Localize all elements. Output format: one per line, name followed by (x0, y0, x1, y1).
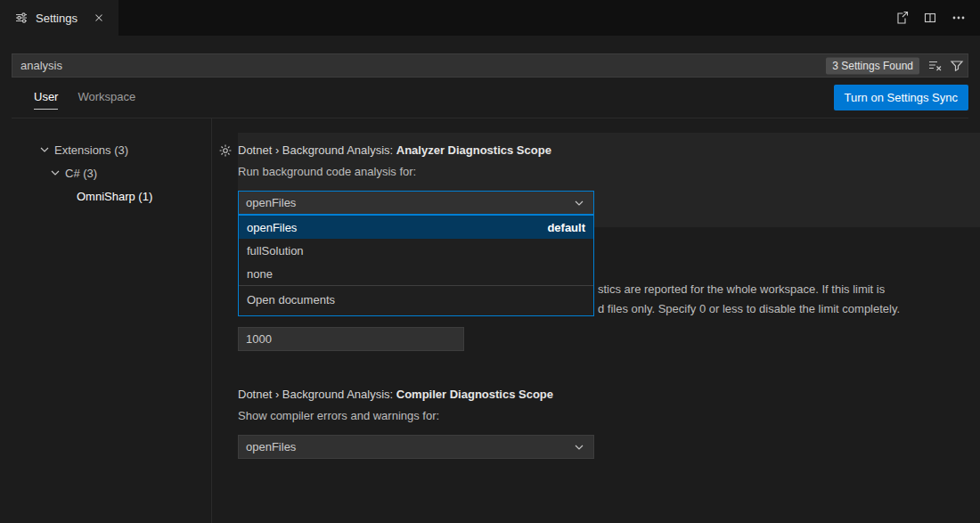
chevron-down-icon (572, 440, 586, 454)
option-detail: default (547, 221, 585, 234)
analyzer-scope-dropdown: openFiles default fullSolution none Open… (238, 215, 594, 316)
scope-tabs: User Workspace (12, 86, 135, 110)
settings-tab[interactable]: Settings (0, 0, 118, 36)
setting-description-fragment: d files only. Specify 0 or less to disab… (598, 302, 900, 315)
settings-body: Extensions (3) C# (3) OmniSharp (1) (0, 118, 980, 523)
editor-tab-bar: Settings (0, 0, 980, 36)
setting-description: Run background code analysis for: (238, 165, 968, 178)
chevron-down-icon[interactable] (48, 166, 62, 180)
setting-title-prefix: Dotnet › Background Analysis: (238, 388, 396, 401)
dropdown-option-none[interactable]: none (239, 262, 593, 285)
toc-item-label: OmniSharp (1) (77, 190, 152, 203)
tab-workspace[interactable]: Workspace (78, 86, 135, 110)
settings-found-badge: 3 Settings Found (826, 57, 919, 74)
setting-gear-icon[interactable] (218, 143, 233, 158)
tab-user[interactable]: User (34, 86, 58, 110)
editor-actions (894, 0, 980, 36)
more-actions-icon[interactable] (951, 11, 966, 25)
settings-tune-icon (14, 11, 29, 25)
setting-description-fragment: stics are reported for the whole workspa… (598, 282, 885, 296)
toc-item-omnisharp[interactable]: OmniSharp (1) (0, 184, 211, 208)
settings-header-row: User Workspace Turn on Settings Sync (12, 78, 968, 118)
setting-compiler-diagnostics-scope: Dotnet › Background Analysis: Compiler D… (238, 388, 980, 459)
setting-description: Show compiler errors and warnings for: (238, 409, 980, 422)
analyzer-scope-select[interactable]: openFiles openFiles default (238, 191, 594, 215)
setting-title: Dotnet › Background Analysis: Analyzer D… (238, 143, 968, 157)
settings-search-input[interactable] (12, 53, 968, 78)
setting-title: Dotnet › Background Analysis: Compiler D… (238, 388, 980, 401)
dropdown-active-option-description: Open documents (239, 285, 593, 315)
option-label: openFiles (247, 221, 297, 234)
split-editor-icon[interactable] (923, 11, 937, 25)
filter-icon[interactable] (950, 59, 964, 73)
turn-on-settings-sync-button[interactable]: Turn on Settings Sync (834, 85, 968, 110)
chevron-down-icon[interactable] (37, 143, 52, 157)
toc-item-csharp[interactable]: C# (3) (0, 161, 211, 184)
option-label: fullSolution (247, 244, 304, 257)
select-value: openFiles (246, 196, 296, 209)
option-label: none (247, 267, 273, 281)
vscode-settings-window: Settings (0, 0, 980, 523)
toc-item-extensions[interactable]: Extensions (3) (0, 138, 211, 161)
open-settings-json-icon[interactable] (894, 11, 909, 25)
dropdown-option-openfiles[interactable]: openFiles default (239, 216, 593, 239)
setting-title-name: Compiler Diagnostics Scope (396, 388, 553, 401)
clear-search-filters-icon[interactable] (927, 59, 942, 73)
settings-editor: 3 Settings Found User Workspace (0, 36, 980, 523)
compiler-scope-select[interactable]: openFiles (238, 435, 594, 459)
toc-item-label: C# (3) (65, 167, 97, 180)
settings-toc: Extensions (3) C# (3) OmniSharp (1) (0, 118, 212, 523)
chevron-down-icon (572, 196, 586, 210)
tab-close-icon[interactable] (90, 9, 108, 27)
tab-label: Settings (36, 12, 78, 25)
setting-analyzer-diagnostics-scope: Dotnet › Background Analysis: Analyzer D… (238, 133, 980, 227)
diagnostics-limit-input[interactable] (238, 327, 464, 351)
setting-title-name: Analyzer Diagnostics Scope (396, 143, 551, 157)
search-extras: 3 Settings Found (826, 57, 964, 74)
dropdown-option-fullsolution[interactable]: fullSolution (239, 239, 593, 262)
settings-search-row: 3 Settings Found (12, 53, 968, 78)
select-value: openFiles (246, 440, 296, 454)
setting-title-prefix: Dotnet › Background Analysis: (238, 143, 396, 157)
toc-item-label: Extensions (3) (54, 143, 128, 157)
settings-list: Dotnet › Background Analysis: Analyzer D… (212, 118, 980, 523)
